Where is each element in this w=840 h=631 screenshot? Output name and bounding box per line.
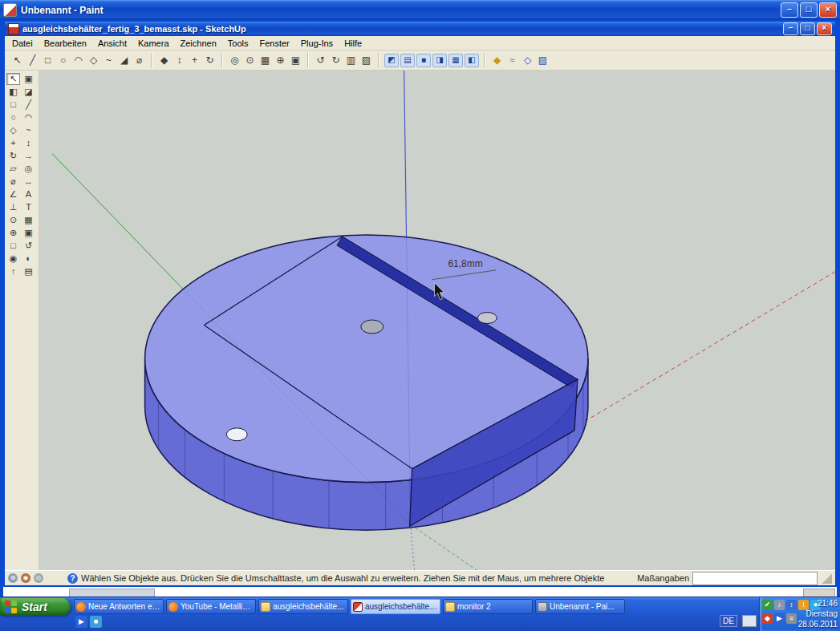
eraser-tool-icon[interactable]: ◢: [116, 53, 132, 67]
walk-tool-icon[interactable]: ↑: [6, 265, 20, 277]
quicklaunch-player-icon[interactable]: ▶: [75, 616, 87, 628]
pan-tool-icon[interactable]: ▦: [22, 214, 35, 226]
line-tool-icon[interactable]: ╱: [25, 53, 40, 67]
menu-bearbeiten[interactable]: Bearbeiten: [39, 38, 92, 49]
menu-datei[interactable]: Datei: [6, 38, 39, 49]
freehand-tool-icon[interactable]: ~: [22, 124, 35, 136]
view-iso-icon[interactable]: ◩: [384, 54, 399, 67]
menu-hilfe[interactable]: Hilfe: [339, 38, 367, 49]
undo-icon[interactable]: ↺: [313, 53, 328, 67]
shadows-toggle-icon[interactable]: ◆: [489, 53, 505, 67]
select-tool-icon[interactable]: ↖: [6, 73, 20, 85]
credits-icon[interactable]: ◉: [21, 573, 30, 583]
resize-grip[interactable]: [821, 572, 832, 584]
materials-icon[interactable]: ▨: [359, 53, 374, 67]
model-hole-right[interactable]: [477, 313, 497, 324]
follow-me-tool-icon[interactable]: →: [22, 150, 35, 162]
eraser-tool-icon[interactable]: ◪: [22, 86, 35, 98]
geolocation-icon[interactable]: ⊕: [8, 573, 18, 583]
xray-style-icon[interactable]: ◇: [520, 53, 535, 67]
rotate-tool-icon[interactable]: ↻: [202, 53, 217, 67]
tape-measure-tool-icon[interactable]: ⌀: [6, 176, 20, 188]
menu-zeichnen[interactable]: Zeichnen: [175, 38, 222, 49]
zoom-window-tool-icon[interactable]: □: [6, 240, 20, 252]
task-folder-monitor2[interactable]: monitor 2: [443, 599, 533, 614]
push-pull-tool-icon[interactable]: ↕: [172, 53, 187, 67]
axes-tool-icon[interactable]: ⊥: [6, 201, 20, 213]
fog-toggle-icon[interactable]: ≈: [505, 53, 520, 67]
info-icon[interactable]: ◎: [34, 573, 43, 583]
sketchup-minimize-button[interactable]: –: [783, 22, 798, 35]
quicklaunch-doc-icon[interactable]: ■: [90, 616, 102, 628]
offset-tool-icon[interactable]: ◎: [22, 163, 35, 175]
antivirus-tray-icon[interactable]: ✔: [762, 600, 773, 610]
circle-tool-icon[interactable]: ○: [55, 53, 71, 67]
menu-kamera[interactable]: Kamera: [132, 38, 175, 49]
view-top-icon[interactable]: ▤: [400, 54, 415, 67]
paint-bucket-tool-icon[interactable]: ◧: [6, 86, 20, 98]
circle-tool-icon[interactable]: ○: [6, 111, 20, 123]
paint-close-button[interactable]: ×: [819, 2, 837, 18]
rectangle-tool-icon[interactable]: □: [40, 53, 55, 67]
paint-minimize-button[interactable]: –: [781, 2, 798, 18]
position-camera-tool-icon[interactable]: ◉: [6, 253, 20, 265]
model-hole-left[interactable]: [226, 428, 247, 441]
task-youtube-metallica[interactable]: YouTube - Metallica - ...: [166, 599, 256, 614]
previous-view-tool-icon[interactable]: ↺: [22, 240, 35, 252]
rectangle-tool-icon[interactable]: □: [6, 99, 20, 111]
push-pull-tool-icon[interactable]: ↕: [22, 137, 35, 149]
offset-tool-icon[interactable]: ◎: [227, 53, 242, 67]
line-tool-icon[interactable]: ╱: [22, 99, 35, 111]
tray-clock[interactable]: 21:46 Dienstag 28.06.2011: [791, 598, 838, 629]
protractor-tool-icon[interactable]: ∠: [6, 188, 20, 200]
pan-tool-icon[interactable]: ▦: [258, 53, 273, 67]
task-folder-ausgleichsbehaelter[interactable]: ausgleichsbehälte...: [258, 599, 348, 614]
styles-icon[interactable]: ▨: [535, 53, 550, 67]
measurements-input[interactable]: [692, 572, 818, 585]
start-button[interactable]: Start: [0, 598, 71, 616]
redo-icon[interactable]: ↻: [328, 53, 343, 67]
orbit-tool-icon[interactable]: ⊙: [242, 53, 258, 67]
help-icon[interactable]: ?: [67, 573, 78, 584]
task-paint-unbenannt[interactable]: Unbenannt - Pai...: [535, 599, 625, 614]
view-right-icon[interactable]: ◨: [432, 54, 447, 67]
tape-measure-tool-icon[interactable]: ⌀: [132, 53, 147, 67]
graphics-tray-icon[interactable]: ◆: [762, 613, 773, 624]
model-hole-center[interactable]: [361, 320, 383, 334]
rotate-tool-icon[interactable]: ↻: [6, 150, 20, 162]
paint-bucket-tool-icon[interactable]: ◆: [156, 53, 172, 67]
arc-tool-icon[interactable]: ◠: [71, 53, 86, 67]
sketchup-restore-button[interactable]: □: [800, 22, 815, 35]
keyboard-layout-icon[interactable]: [742, 615, 757, 627]
model-info-icon[interactable]: ▥: [343, 53, 359, 67]
language-indicator[interactable]: DE: [720, 615, 737, 627]
volume-tray-icon[interactable]: ♪: [774, 600, 785, 610]
scale-tool-icon[interactable]: ▱: [6, 163, 20, 175]
zoom-extents-tool-icon[interactable]: ▣: [288, 53, 303, 67]
paint-restore-button[interactable]: □: [800, 2, 818, 18]
sketchup-titlebar[interactable]: ausgleichsbehälter_fertig_3_bemasst.skp …: [5, 22, 835, 36]
polygon-tool-icon[interactable]: ◇: [6, 124, 20, 136]
view-left-icon[interactable]: ◧: [465, 54, 479, 67]
move-tool-icon[interactable]: +: [187, 53, 202, 67]
arc-tool-icon[interactable]: ◠: [22, 111, 35, 123]
text-tool-icon[interactable]: A: [22, 188, 35, 200]
sketchup-close-button[interactable]: ×: [817, 22, 832, 35]
polygon-tool-icon[interactable]: ◇: [86, 53, 101, 67]
zoom-tool-icon[interactable]: ⊕: [273, 53, 288, 67]
view-front-icon[interactable]: ■: [416, 54, 431, 67]
paint-titlebar[interactable]: Unbenannt - Paint – □ ×: [0, 0, 840, 20]
zoom-tool-icon[interactable]: ⊕: [6, 227, 20, 239]
view-back-icon[interactable]: ▦: [448, 54, 463, 67]
freehand-tool-icon[interactable]: ~: [101, 53, 116, 67]
media-player-tray-icon[interactable]: ▶: [774, 613, 785, 624]
orbit-tool-icon[interactable]: ⊙: [6, 214, 20, 226]
menu-ansicht[interactable]: Ansicht: [92, 38, 132, 49]
sketchup-canvas[interactable]: 61,8mm: [39, 71, 835, 570]
task-firefox-newanswers[interactable]: Neue Antworten ersch...: [74, 599, 164, 614]
menu-fenster[interactable]: Fenster: [254, 38, 294, 49]
model-geometry[interactable]: [145, 235, 588, 530]
look-around-tool-icon[interactable]: ◐: [22, 253, 35, 265]
select-tool-icon[interactable]: ↖: [10, 53, 25, 67]
move-tool-icon[interactable]: +: [6, 137, 20, 149]
